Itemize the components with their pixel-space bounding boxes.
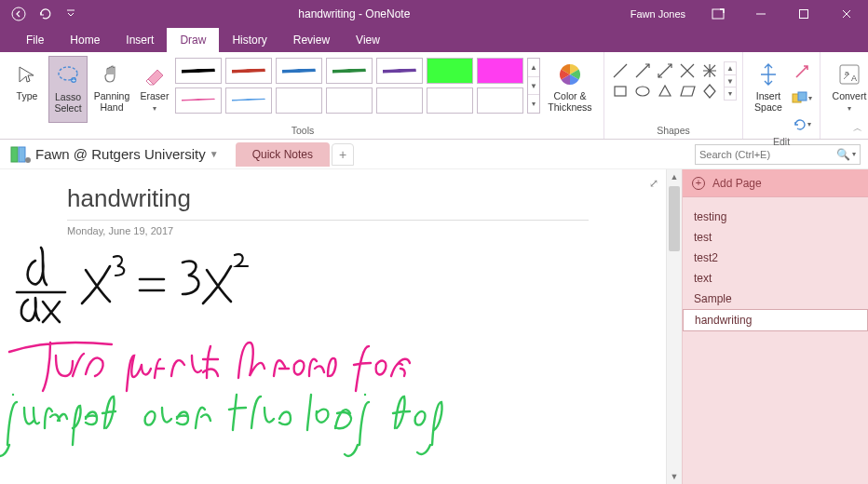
shapes-gallery[interactable]: ▲▼▾ [610,56,737,101]
tab-home[interactable]: Home [57,28,113,52]
svg-rect-17 [19,147,25,162]
tab-file[interactable]: File [13,28,57,52]
svg-rect-9 [615,87,626,96]
nav-back-icon[interactable] [11,7,26,21]
arrange-button[interactable]: ▾ [790,86,814,110]
pen-swatch[interactable] [326,87,373,114]
pen-swatch[interactable] [225,87,272,114]
ribbon-display-options-icon[interactable] [697,0,739,28]
page-canvas[interactable]: ⤢ handwriting Monday, June 19, 2017 [0,169,666,484]
notebook-dropdown-icon[interactable]: ▼ [210,149,219,159]
main-area: ⤢ handwriting Monday, June 19, 2017 [0,169,868,484]
lasso-icon: + [56,60,80,90]
maximize-button[interactable] [782,0,825,28]
add-page-button[interactable]: + Add Page [683,169,868,197]
add-section-button[interactable]: + [332,143,354,166]
ink-layer [0,169,652,484]
panning-label: Panning Hand [89,91,134,113]
svg-text:+: + [72,76,76,85]
shape-option[interactable] [699,61,720,80]
svg-rect-2 [800,10,808,19]
scrollbar-thumb[interactable] [669,186,680,251]
convert-label: Convert [833,91,867,102]
page-item[interactable]: test2 [683,248,868,268]
shape-option[interactable] [677,61,698,80]
notebook-name[interactable]: Fawn @ Rutgers University [35,146,206,162]
ink-pink-line [9,343,410,391]
edit-group-label: Edit [773,136,790,147]
insert-space-icon [758,60,779,89]
notebook-header: Fawn @ Rutgers University ▼ Quick Notes … [0,140,868,169]
pen-swatch[interactable] [376,58,423,84]
tab-review[interactable]: Review [280,28,343,52]
notebook-icon[interactable] [9,145,32,164]
page-item[interactable]: Sample [683,289,868,309]
lasso-label: Lasso Select [49,92,87,114]
qat-customize-icon[interactable] [63,7,78,21]
pen-swatch[interactable] [477,87,523,114]
svg-line-6 [614,64,627,77]
shape-option[interactable] [610,61,631,80]
cursor-text-icon [16,60,38,89]
insert-space-label: Insert Space [749,91,788,113]
rotate-button[interactable]: ▾ [790,112,814,136]
pen-swatch[interactable] [427,58,473,84]
pen-swatch[interactable] [427,87,473,114]
pen-gallery: ▲▼▾ [175,56,540,114]
section-tab[interactable]: Quick Notes [236,142,330,167]
page-item[interactable]: testing [683,207,868,227]
search-input[interactable] [699,149,833,160]
pen-swatch[interactable] [477,58,523,84]
type-button[interactable]: Type [7,56,47,123]
collapse-ribbon-icon[interactable]: ︿ [853,122,862,135]
tab-insert[interactable]: Insert [113,28,167,52]
shape-option[interactable] [610,82,631,101]
search-scope-dropdown-icon[interactable]: ▾ [852,150,856,158]
pen-swatch[interactable] [175,87,222,114]
svg-point-0 [12,7,25,20]
vertical-scrollbar[interactable]: ▲ ▼ [666,169,682,484]
pen-swatch[interactable] [326,58,373,84]
shape-option[interactable] [632,82,653,101]
page-item[interactable]: text [683,268,868,289]
shape-option[interactable] [632,61,653,80]
delete-button[interactable] [790,60,814,84]
svg-rect-16 [11,147,18,162]
shape-option[interactable] [677,82,698,101]
ribbon-group-shapes: ▲▼▾ Shapes [604,52,742,139]
shape-option[interactable] [655,61,675,80]
tab-view[interactable]: View [343,28,393,52]
close-button[interactable] [825,0,868,28]
convert-button[interactable]: aA Convert ▾ [826,56,868,123]
hand-icon [101,60,123,89]
eraser-label: Eraser [141,91,170,102]
page-item[interactable]: handwriting [683,309,868,331]
ink-formula [17,248,248,322]
search-icon[interactable]: 🔍 [836,148,850,161]
pen-swatch[interactable] [225,58,272,84]
pen-swatch[interactable] [175,58,222,84]
tab-history[interactable]: History [219,28,279,52]
title-bar: handwriting - OneNote Fawn Jones [0,0,868,28]
minimize-button[interactable] [739,0,782,28]
shapes-gallery-scroll[interactable]: ▲▼▾ [724,61,737,101]
svg-text:A: A [851,74,857,83]
pen-swatch[interactable] [276,87,322,114]
page-item[interactable]: test [683,227,868,248]
chevron-down-icon: ▾ [153,104,156,113]
pen-gallery-scroll[interactable]: ▲▼▾ [527,58,540,114]
user-name[interactable]: Fawn Jones [631,8,685,20]
tab-draw[interactable]: Draw [167,28,219,52]
lasso-select-button[interactable]: + Lasso Select [48,56,88,123]
eraser-button[interactable]: Eraser ▾ [136,56,173,123]
panning-hand-button[interactable]: Panning Hand [89,56,134,123]
chevron-down-icon: ▾ [848,104,851,113]
pen-swatch[interactable] [376,87,423,114]
undo-icon[interactable] [37,7,52,21]
pen-swatch[interactable] [276,58,322,84]
shape-option[interactable] [699,82,720,101]
color-thickness-label: Color & Thickness [542,91,598,113]
color-thickness-button[interactable]: Color & Thickness [542,56,598,123]
shape-option[interactable] [655,82,675,101]
insert-space-button[interactable]: Insert Space [749,56,788,123]
